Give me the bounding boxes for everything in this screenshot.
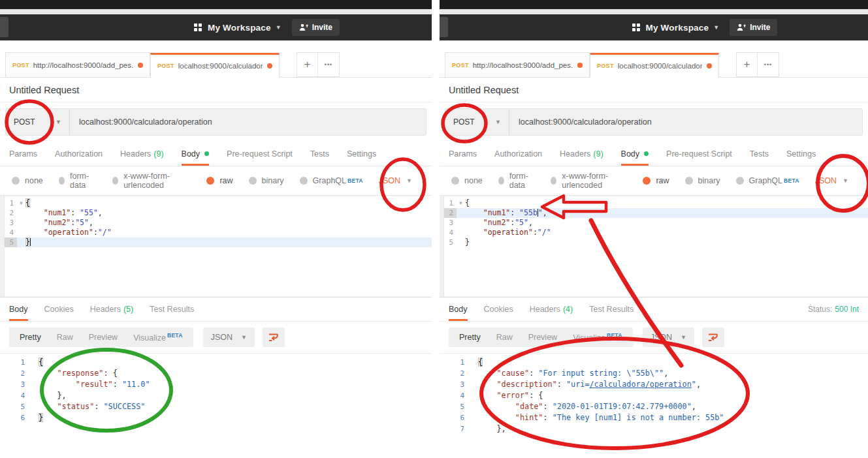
tab-settings[interactable]: Settings [786, 142, 816, 166]
content-type-select[interactable]: JSON ▼ [379, 176, 412, 185]
code-line: 1{ [0, 357, 432, 368]
wrap-lines-button[interactable] [263, 328, 285, 347]
response-tab-headers[interactable]: Headers(5) [90, 298, 134, 321]
status-value: 500 Int [835, 305, 859, 314]
tab-title: http://localhost:9000/add_pes... [473, 61, 573, 69]
tab-pre-request-script[interactable]: Pre-request Script [666, 142, 732, 166]
method-select[interactable]: POST ▼ [445, 109, 509, 135]
visualize-beta-badge: BETA [167, 332, 183, 339]
response-tab-test-results[interactable]: Test Results [589, 298, 634, 321]
code-line: 4 }, [0, 390, 432, 401]
mode-none[interactable]: none [12, 176, 43, 185]
response-tab-cookies[interactable]: Cookies [484, 298, 513, 321]
mode-binary[interactable]: binary [249, 176, 284, 185]
request-body-editor[interactable]: 1▼{2 "num1": "55",3 "num2":"5",4 "operat… [0, 195, 432, 298]
request-tab-2-active[interactable]: POST localhost:9000/calculadora/op... [150, 53, 280, 78]
request-tab-1[interactable]: POST http://localhost:9000/add_pes... [5, 52, 150, 77]
request-body-editor[interactable]: 1▼{2 "num1": "55b",3 "num2":"5",4 "opera… [440, 195, 868, 298]
response-tab-body[interactable]: Body [449, 298, 468, 321]
invite-label: Invite [312, 23, 332, 32]
radio-icon [59, 177, 65, 185]
content-type-select[interactable]: JSON ▼ [815, 176, 848, 185]
response-body-viewer[interactable]: 1{2 "response": {3 "result": "11.0"4 },5… [0, 353, 432, 423]
mode-graphql[interactable]: GraphQLBETA [300, 176, 363, 185]
mode-raw-selected[interactable]: raw [643, 176, 669, 185]
tab-title: localhost:9000/calculadora/op... [618, 62, 702, 70]
mode-urlencoded[interactable]: x-www-form-urlencoded [112, 172, 191, 190]
view-raw[interactable]: Raw [489, 333, 521, 342]
response-type-select[interactable]: JSON ▼ [203, 328, 255, 347]
workspace-caret-icon[interactable]: ▼ [713, 24, 719, 31]
response-type-select[interactable]: JSON ▼ [643, 328, 694, 347]
view-visualize[interactable]: VisualizeBETA [125, 332, 191, 343]
tab-body[interactable]: Body [182, 142, 210, 166]
tab-authorization[interactable]: Authorization [55, 142, 103, 166]
view-preview[interactable]: Preview [521, 333, 565, 342]
tab-params[interactable]: Params [449, 142, 477, 166]
tab-options-button[interactable]: ••• [758, 53, 779, 76]
tab-options-button[interactable]: ••• [318, 53, 339, 76]
radio-icon [112, 177, 118, 185]
tab-settings[interactable]: Settings [347, 142, 376, 166]
status-label: Status: [808, 305, 832, 314]
view-visualize[interactable]: VisualizeBETA [565, 332, 630, 343]
url-input[interactable]: localhost:9000/calculadora/operation [70, 117, 212, 127]
code-line: 2 "cause": "For input string: \"55b\"", [440, 368, 868, 379]
unsaved-dot-icon [267, 63, 272, 69]
view-pretty[interactable]: Pretty [12, 333, 49, 342]
graphql-beta-badge: BETA [347, 177, 363, 184]
chrome-gap [440, 9, 868, 14]
url-bar: POST ▼ localhost:9000/calculadora/operat… [5, 108, 426, 136]
unsaved-dot-icon [577, 63, 583, 68]
view-raw[interactable]: Raw [49, 333, 81, 342]
tab-method-badge: POST [597, 63, 614, 69]
mode-binary[interactable]: binary [685, 176, 720, 185]
tab-tests[interactable]: Tests [750, 142, 769, 166]
mode-none[interactable]: none [451, 176, 483, 185]
request-tabstrip: POST http://localhost:9000/add_pes... PO… [0, 40, 432, 78]
new-tab-button[interactable]: + [737, 53, 758, 76]
mode-form-data[interactable]: form-data [498, 172, 535, 190]
response-tab-test-results[interactable]: Test Results [150, 298, 194, 321]
wrap-lines-button[interactable] [702, 328, 724, 347]
mode-form-data[interactable]: form-data [59, 172, 97, 190]
radio-icon [685, 177, 693, 185]
workspace-grid-icon [632, 23, 640, 31]
invite-button[interactable]: Invite [292, 19, 340, 36]
mode-graphql[interactable]: GraphQLBETA [736, 176, 799, 185]
tab-headers[interactable]: Headers(9) [120, 142, 164, 166]
code-line: 2 "num1": "55b", [440, 208, 868, 218]
response-type-value: JSON [651, 333, 672, 342]
view-preview[interactable]: Preview [81, 333, 125, 342]
postman-panel-left: My Workspace ▼ Invite POST http://localh… [0, 0, 432, 458]
response-tab-body[interactable]: Body [9, 298, 28, 321]
app-header: My Workspace ▼ Invite [0, 14, 432, 40]
tab-params[interactable]: Params [9, 142, 37, 166]
request-tab-1[interactable]: POST http://localhost:9000/add_pes... [445, 52, 590, 77]
response-tab-cookies[interactable]: Cookies [44, 298, 74, 321]
tab-authorization[interactable]: Authorization [494, 142, 542, 166]
tab-tests[interactable]: Tests [310, 142, 329, 166]
tab-pre-request-script[interactable]: Pre-request Script [227, 142, 293, 166]
tab-headers[interactable]: Headers(9) [560, 142, 603, 166]
radio-selected-icon [206, 177, 214, 185]
workspace-name[interactable]: My Workspace [208, 23, 271, 33]
response-body-viewer[interactable]: 1{2 "cause": "For input string: \"55b\""… [440, 353, 868, 435]
mode-urlencoded[interactable]: x-www-form-urlencoded [551, 172, 627, 190]
method-select[interactable]: POST ▼ [6, 109, 70, 135]
url-input[interactable]: localhost:9000/calculadora/operation [509, 117, 652, 127]
view-pretty[interactable]: Pretty [451, 333, 489, 342]
invite-button[interactable]: Invite [730, 19, 777, 36]
response-headers-count: (5) [123, 305, 133, 314]
workspace-caret-icon[interactable]: ▼ [276, 24, 281, 31]
tab-body[interactable]: Body [621, 142, 649, 166]
new-tab-button[interactable]: + [297, 53, 318, 76]
response-tab-headers[interactable]: Headers(4) [530, 298, 573, 321]
mode-raw-selected[interactable]: raw [206, 176, 233, 185]
request-tab-2-active[interactable]: POST localhost:9000/calculadora/op... [590, 53, 719, 78]
wrap-lines-icon [708, 333, 718, 342]
workspace-name[interactable]: My Workspace [646, 23, 709, 33]
body-dot-icon [204, 151, 209, 156]
code-line: 1{ [440, 357, 868, 368]
request-section-tabs: Params Authorization Headers(9) Body Pre… [440, 142, 868, 166]
